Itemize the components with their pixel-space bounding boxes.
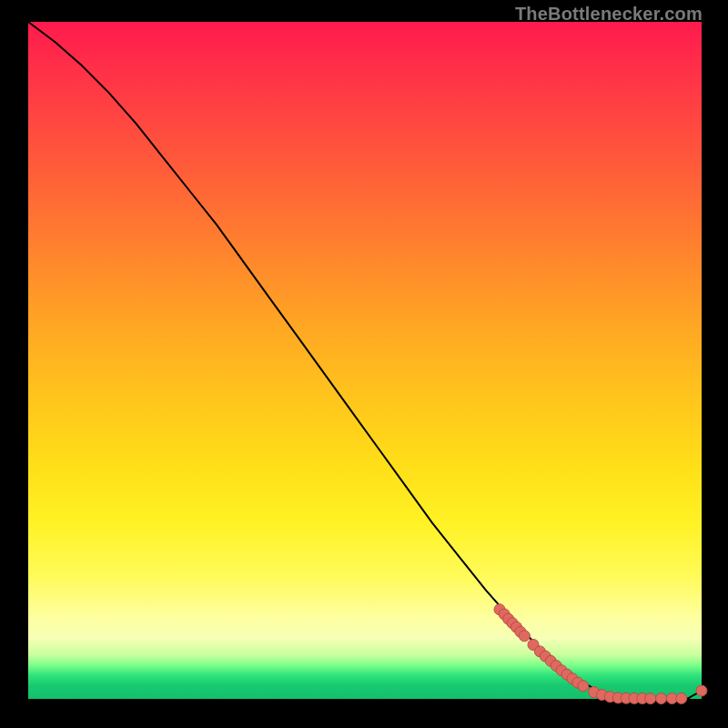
chart-svg (28, 22, 702, 699)
data-point (519, 631, 530, 642)
data-point (676, 693, 687, 703)
data-point (696, 685, 707, 696)
bottleneck-curve (28, 22, 702, 699)
data-point (578, 681, 589, 692)
plot-area (28, 22, 702, 699)
data-point (645, 693, 656, 704)
data-points (494, 604, 707, 704)
data-point (656, 693, 667, 704)
chart-stage: TheBottlenecker.com (0, 0, 728, 728)
